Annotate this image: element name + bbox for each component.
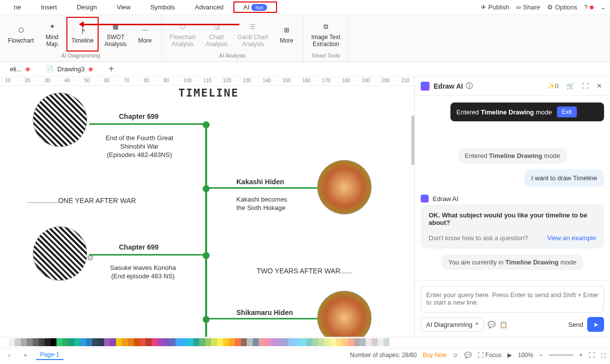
- color-swatch[interactable]: [104, 338, 110, 346]
- color-swatch[interactable]: [62, 338, 68, 346]
- menu-ai[interactable]: AI hot: [233, 1, 277, 13]
- color-swatch[interactable]: [271, 338, 277, 346]
- timeline-node-3[interactable]: [203, 252, 210, 259]
- color-swatch[interactable]: [164, 338, 169, 346]
- scrollbar-thumb[interactable]: [411, 115, 414, 165]
- color-swatch[interactable]: [372, 338, 378, 346]
- tool-image-text-extraction[interactable]: ⧉Image Text Extraction: [307, 17, 344, 52]
- color-swatch[interactable]: [265, 338, 271, 346]
- fullscreen-icon[interactable]: ⬚: [601, 352, 606, 359]
- color-swatch[interactable]: [211, 338, 217, 346]
- color-swatch[interactable]: [39, 338, 45, 346]
- timeline-image-4[interactable]: [317, 291, 372, 337]
- tool-flowchart[interactable]: ⬡Flowchart: [4, 17, 38, 52]
- color-swatch[interactable]: [318, 338, 324, 346]
- color-swatch[interactable]: [306, 338, 312, 346]
- color-swatch[interactable]: [253, 338, 259, 346]
- timeline-image-1[interactable]: [33, 93, 87, 147]
- timeline-node-1[interactable]: [203, 121, 210, 128]
- share-button[interactable]: ∞Share: [516, 3, 540, 11]
- color-swatch[interactable]: [169, 338, 175, 346]
- color-swatch[interactable]: [21, 338, 27, 346]
- color-swatch[interactable]: [56, 338, 62, 346]
- color-swatch[interactable]: [68, 338, 74, 346]
- color-swatch[interactable]: [259, 338, 265, 346]
- close-icon[interactable]: ✕: [595, 80, 604, 92]
- color-swatch[interactable]: [140, 338, 146, 346]
- tool-swot[interactable]: ▦SWOT Analysis: [101, 17, 131, 52]
- tab-1[interactable]: eli...: [4, 63, 36, 75]
- chevron-down-icon[interactable]: ⌄: [601, 3, 606, 11]
- color-swatch[interactable]: [217, 338, 223, 346]
- tool-more-diagramming[interactable]: ⋯More: [133, 17, 158, 52]
- color-swatch[interactable]: [158, 338, 164, 346]
- color-swatch[interactable]: [312, 338, 318, 346]
- color-swatch[interactable]: [122, 338, 128, 346]
- timeline-image-3[interactable]: [33, 226, 87, 281]
- color-swatch[interactable]: [223, 338, 229, 346]
- color-swatch[interactable]: [45, 338, 51, 346]
- color-swatch[interactable]: [342, 338, 348, 346]
- help-button[interactable]: ?: [584, 3, 594, 11]
- color-swatch[interactable]: [241, 338, 247, 346]
- color-swatch[interactable]: [134, 338, 140, 346]
- color-swatch[interactable]: [378, 338, 384, 346]
- zoom-level[interactable]: 100%: [518, 352, 533, 359]
- menu-view[interactable]: View: [107, 1, 140, 13]
- color-swatch[interactable]: [27, 338, 33, 346]
- play-icon[interactable]: ▶: [507, 352, 512, 359]
- color-swatch[interactable]: [193, 338, 199, 346]
- menu-design[interactable]: Design: [67, 1, 107, 13]
- menu-symbols[interactable]: Symbols: [140, 1, 185, 13]
- timeline-node-2[interactable]: [203, 185, 210, 192]
- options-button[interactable]: ⚙Options: [547, 3, 577, 11]
- zoom-out[interactable]: −: [539, 352, 543, 359]
- color-swatch[interactable]: [360, 338, 366, 346]
- color-swatch[interactable]: [15, 338, 21, 346]
- send-button[interactable]: ➤: [587, 317, 604, 332]
- gear-icon[interactable]: ⚙: [87, 253, 94, 262]
- color-swatch[interactable]: [187, 338, 193, 346]
- credits-badge[interactable]: ✨0: [545, 80, 560, 92]
- menu-insert[interactable]: Insert: [31, 1, 67, 13]
- color-swatch[interactable]: [294, 338, 300, 346]
- exit-mode-button[interactable]: Exit: [557, 106, 577, 117]
- color-swatch[interactable]: [199, 338, 205, 346]
- color-swatch[interactable]: [229, 338, 235, 346]
- view-example-link[interactable]: View an example: [547, 234, 596, 242]
- cart-icon[interactable]: 🛒: [564, 80, 576, 92]
- color-swatch[interactable]: [9, 338, 15, 346]
- color-swatch[interactable]: [80, 338, 86, 346]
- color-swatch[interactable]: [74, 338, 80, 346]
- color-swatch[interactable]: [384, 338, 389, 346]
- menu-advanced[interactable]: Advanced: [185, 1, 233, 13]
- fit-icon[interactable]: ⛶: [589, 352, 595, 359]
- color-swatch[interactable]: [3, 338, 9, 346]
- color-swatch[interactable]: [110, 338, 116, 346]
- page-current[interactable]: Page-1: [36, 350, 63, 360]
- color-swatch[interactable]: [324, 338, 330, 346]
- color-swatch[interactable]: [300, 338, 306, 346]
- color-swatch[interactable]: [288, 338, 294, 346]
- color-swatch[interactable]: [86, 338, 92, 346]
- expand-icon[interactable]: ⛶: [580, 80, 591, 92]
- color-swatch[interactable]: [205, 338, 211, 346]
- color-swatch[interactable]: [181, 338, 187, 346]
- color-swatch[interactable]: [366, 338, 372, 346]
- color-swatch[interactable]: [152, 338, 158, 346]
- ai-textarea[interactable]: [421, 286, 604, 312]
- color-swatch[interactable]: [92, 338, 98, 346]
- buy-now-link[interactable]: Buy Now: [423, 352, 446, 359]
- color-swatch[interactable]: [282, 338, 288, 346]
- zoom-in[interactable]: +: [579, 352, 583, 359]
- canvas[interactable]: TIMELINE Chapter 699 End of the Fourth G…: [0, 86, 414, 337]
- page-add[interactable]: +: [19, 350, 31, 360]
- color-swatch[interactable]: [336, 338, 342, 346]
- timeline-image-2[interactable]: [317, 160, 372, 214]
- color-swatch[interactable]: [330, 338, 336, 346]
- color-swatch[interactable]: [277, 338, 282, 346]
- color-swatch[interactable]: [51, 338, 56, 346]
- color-swatch[interactable]: [175, 338, 181, 346]
- zoom-slider[interactable]: [549, 354, 573, 356]
- page-prev[interactable]: ‹: [4, 350, 14, 360]
